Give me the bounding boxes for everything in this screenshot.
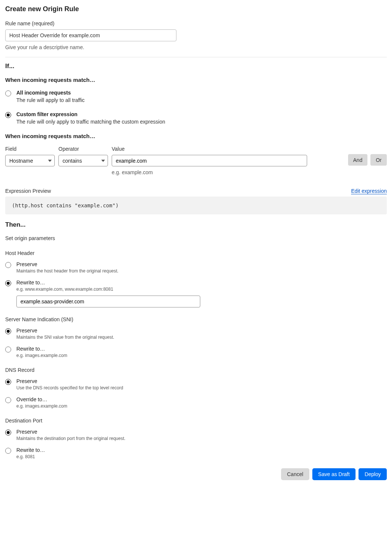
dns-override-radio[interactable] (5, 397, 11, 403)
sni-rewrite-desc: e.g. images.example.com (16, 353, 387, 358)
radio-all-requests[interactable] (5, 90, 11, 96)
dns-override-title: Override to… (16, 396, 387, 402)
sni-rewrite-radio[interactable] (5, 347, 11, 352)
rule-name-input[interactable] (5, 29, 176, 41)
port-preserve-title: Preserve (16, 429, 387, 435)
value-label: Value (112, 146, 344, 152)
operator-select[interactable]: contains (58, 155, 108, 166)
sni-preserve-title: Preserve (16, 328, 387, 334)
filter-heading: When incoming requests match… (5, 133, 387, 139)
if-heading: If... (5, 63, 387, 70)
rule-name-helper: Give your rule a descriptive name. (5, 44, 387, 50)
cancel-button[interactable]: Cancel (281, 468, 309, 480)
host-header-preserve-desc: Maintains the host header from the origi… (16, 268, 387, 274)
operator-label: Operator (58, 146, 108, 152)
port-label: Destination Port (5, 418, 387, 424)
deploy-button[interactable]: Deploy (358, 468, 387, 480)
value-helper: e.g. example.com (112, 169, 344, 175)
field-label: Field (5, 146, 55, 152)
or-button[interactable]: Or (370, 154, 387, 166)
sni-preserve-radio[interactable] (5, 328, 11, 334)
dns-preserve-desc: Use the DNS records specified for the to… (16, 385, 387, 390)
sni-preserve-desc: Maintains the SNI value from the origina… (16, 335, 387, 340)
expression-preview: (http.host contains "example.com") (5, 197, 387, 214)
dns-preserve-radio[interactable] (5, 379, 11, 385)
host-header-preserve-radio[interactable] (5, 262, 11, 268)
dns-label: DNS Record (5, 367, 387, 373)
radio-custom-desc: The rule will only apply to traffic matc… (16, 119, 387, 125)
dns-preserve-title: Preserve (16, 378, 387, 384)
save-draft-button[interactable]: Save as Draft (312, 468, 356, 480)
value-input[interactable] (112, 155, 307, 166)
edit-expression-link[interactable]: Edit expression (351, 188, 387, 194)
port-preserve-radio[interactable] (5, 430, 11, 436)
then-heading: Then... (5, 221, 387, 229)
host-header-rewrite-title: Rewrite to… (16, 280, 387, 285)
radio-all-desc: The rule will apply to all traffic (16, 97, 387, 103)
expression-preview-label: Expression Preview (5, 188, 51, 194)
radio-all-title: All incoming requests (16, 90, 387, 96)
port-preserve-desc: Maintains the destination port from the … (16, 436, 387, 441)
page-title: Create new Origin Rule (5, 5, 387, 13)
sni-rewrite-title: Rewrite to… (16, 346, 387, 352)
dns-override-desc: e.g. images.example.com (16, 403, 387, 409)
radio-custom-filter[interactable] (5, 112, 11, 118)
rule-name-label: Rule name (required) (5, 20, 387, 26)
host-header-preserve-title: Preserve (16, 261, 387, 267)
host-header-label: Host Header (5, 250, 387, 256)
and-button[interactable]: And (348, 154, 368, 166)
host-header-rewrite-input[interactable] (16, 296, 200, 307)
port-rewrite-title: Rewrite to… (16, 447, 387, 453)
divider (5, 57, 387, 57)
then-sub: Set origin parameters (5, 235, 387, 241)
field-select[interactable]: Hostname (5, 155, 55, 166)
radio-custom-title: Custom filter expression (16, 111, 387, 117)
port-rewrite-radio[interactable] (5, 448, 11, 454)
port-rewrite-desc: e.g. 8081 (16, 454, 387, 459)
host-header-rewrite-radio[interactable] (5, 280, 11, 286)
match-heading: When incoming requests match… (5, 77, 387, 83)
sni-label: Server Name Indication (SNI) (5, 316, 387, 322)
host-header-rewrite-desc: e.g. www.example.com, www.example.com:80… (16, 287, 387, 292)
